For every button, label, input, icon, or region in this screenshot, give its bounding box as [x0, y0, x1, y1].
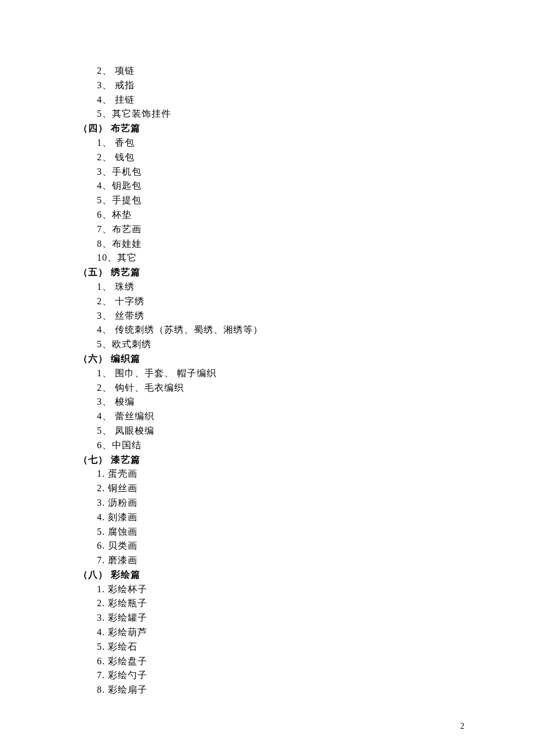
- list-item: 3. 彩绘罐子: [78, 611, 464, 625]
- list-item: 8、布娃娃: [78, 237, 464, 251]
- list-item: 4、 挂链: [78, 93, 464, 107]
- list-item: 10、其它: [78, 251, 464, 265]
- list-item: 5、其它装饰挂件: [78, 107, 464, 121]
- list-item: 1. 彩绘杯子: [78, 582, 464, 597]
- list-item: 7. 彩绘勺子: [78, 668, 464, 683]
- list-item: 2、 钱包: [78, 150, 464, 165]
- list-item: 2. 铜丝画: [78, 481, 464, 496]
- page-number: 2: [460, 720, 464, 733]
- list-item: 6. 彩绘盘子: [78, 654, 464, 669]
- list-item: 2、 钩针、毛衣编织: [78, 381, 464, 395]
- list-item: 5、 凤眼梭编: [78, 424, 464, 438]
- list-item: 6. 贝类画: [78, 539, 464, 553]
- list-item: 5、手提包: [78, 193, 464, 208]
- list-item: 1、 围巾、手套、 帽子编织: [78, 366, 464, 381]
- list-item: 3、 梭编: [78, 395, 464, 409]
- list-item: 6、杯垫: [78, 208, 464, 222]
- list-item: 2、 项链: [78, 64, 464, 78]
- list-item: 7. 磨漆画: [78, 553, 464, 568]
- section-heading: （五） 绣艺篇: [78, 265, 464, 280]
- list-item: 4. 刻漆画: [78, 510, 464, 525]
- section-heading: （六） 编织篇: [78, 352, 464, 366]
- list-item: 6、中国结: [78, 438, 464, 453]
- list-item: 8. 彩绘扇子: [78, 683, 464, 697]
- list-item: 1、 香包: [78, 136, 464, 150]
- section-heading: （七） 漆艺篇: [78, 453, 464, 467]
- section-heading: （四） 布艺篇: [78, 121, 464, 136]
- list-item: 4、 传统刺绣（苏绣、蜀绣、湘绣等）: [78, 323, 464, 337]
- list-item: 3、手机包: [78, 165, 464, 179]
- list-item: 3、 丝带绣: [78, 309, 464, 323]
- list-item: 2. 彩绘瓶子: [78, 596, 464, 611]
- list-item: 5. 彩绘石: [78, 640, 464, 654]
- section-heading: （八） 彩绘篇: [78, 568, 464, 582]
- list-item: 5. 腐蚀画: [78, 525, 464, 539]
- list-item: 1、 珠绣: [78, 280, 464, 294]
- list-item: 4. 彩绘葫芦: [78, 625, 464, 640]
- list-item: 2、 十字绣: [78, 294, 464, 309]
- list-item: 4、 蕾丝编织: [78, 409, 464, 424]
- list-item: 7、布艺画: [78, 222, 464, 237]
- list-item: 4、钥匙包: [78, 179, 464, 193]
- list-item: 3、 戒指: [78, 78, 464, 93]
- list-item: 5、欧式刺绣: [78, 337, 464, 352]
- list-item: 3. 沥粉画: [78, 496, 464, 510]
- page-content: 2、 项链3、 戒指4、 挂链5、其它装饰挂件（四） 布艺篇1、 香包2、 钱包…: [0, 0, 534, 697]
- list-item: 1. 蛋壳画: [78, 467, 464, 481]
